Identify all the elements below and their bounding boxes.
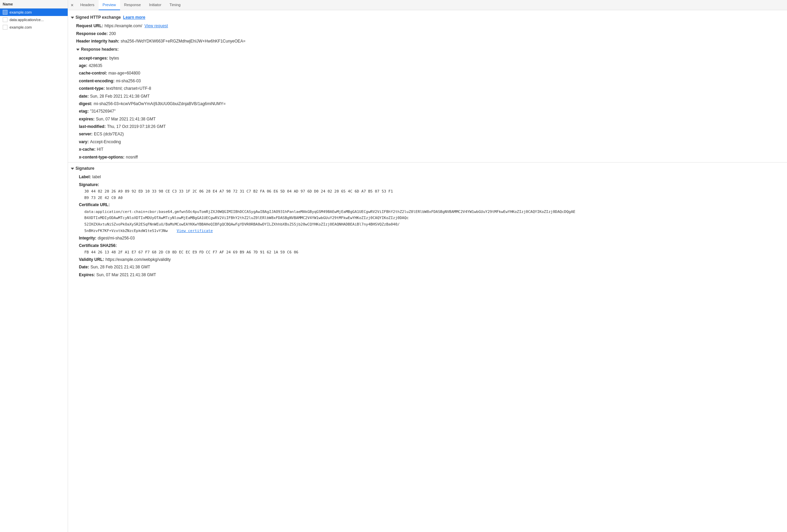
cert-sha256-row: Certificate SHA256: [68,242,787,249]
divider [68,162,787,163]
response-header-field-label: last-modified: [79,123,106,130]
response-header-field-label: etag: [79,108,89,115]
validity-url-row: Validity URL: https://example.com/webpkg… [68,256,787,263]
tab-preview[interactable]: Preview [99,0,120,10]
tab-timing[interactable]: Timing [165,0,185,10]
response-headers-fields: accept-ranges:bytesage:428635cache-contr… [68,54,787,161]
tab-bar: × Headers Preview Response Initiator Tim… [68,0,787,10]
response-header-field-row: age:428635 [68,62,787,69]
response-header-field-label: content-encoding: [79,78,115,84]
expires-value: Sun, 07 Mar 2021 21:41:38 GMT [96,271,156,278]
response-header-field-label: x-content-type-options: [79,154,124,161]
validity-url-label: Validity URL: [79,256,104,263]
response-header-field-row: accept-ranges:bytes [68,54,787,62]
sig-hex-2: B9 73 2E 42 C0 A0 [68,195,787,201]
file-icon [3,10,7,15]
response-headers-title: Response headers: [81,46,119,53]
response-header-field-row: vary:Accept-Encoding [68,138,787,146]
response-header-field-row: etag:"3147526947" [68,107,787,115]
response-header-field-label: content-type: [79,85,105,92]
response-header-field-value: max-age=604800 [108,70,140,77]
response-header-field-value: mi-sha256-03=kcwVP6aOwYmA/j9JbUU0GbuiZdn… [94,100,225,107]
response-header-field-value: "3147526947" [90,108,116,115]
integrity-label: Integrity: [79,235,96,242]
sidebar: Name example.com data:application/ce... … [0,0,68,532]
response-header-field-value: nosniff [126,154,138,161]
sig-hex-1: 30 44 02 20 26 A9 89 92 ED 10 33 98 CE C… [68,188,787,195]
cert-sha256-label: Certificate SHA256: [79,242,117,249]
sidebar-item-data-application[interactable]: data:application/ce... [0,16,68,23]
date-label: Date: [79,264,89,270]
request-url-value: https://example.com/ [104,22,142,29]
tab-close-button[interactable]: × [69,2,75,8]
response-header-field-value: ECS (dcb/7EA2) [94,131,124,137]
sig-label-label: Label: [79,173,91,180]
view-request-link[interactable]: View request [145,22,168,29]
response-header-field-row: server:ECS (dcb/7EA2) [68,130,787,138]
response-header-field-row: expires:Sun, 07 Mar 2021 21:41:38 GMT [68,115,787,123]
tab-response-label: Response [124,3,141,7]
response-header-field-label: vary: [79,138,89,145]
response-headers-triangle-icon [76,49,80,51]
response-header-field-value: text/html; charset=UTF-8 [106,85,151,92]
signed-http-exchange-header: Signed HTTP exchange Learn more [68,13,787,22]
response-header-field-value: Sun, 07 Mar 2021 21:41:38 GMT [96,116,155,122]
response-code-label: Response code: [76,30,108,37]
cert-url-label: Certificate URL: [79,201,110,208]
response-header-field-label: server: [79,131,93,137]
validity-url-value: https://example.com/webpkg/validity [105,256,171,263]
integrity-value: digest/mi-sha256-03 [98,235,135,242]
integrity-row: Integrity: digest/mi-sha256-03 [68,234,787,242]
response-header-field-value: HIT [97,146,103,153]
sidebar-item-label: example.com [10,10,32,14]
response-header-field-value: Thu, 17 Oct 2019 07:18:26 GMT [107,123,166,130]
triangle-icon [71,17,74,19]
file-icon [3,25,7,30]
response-header-field-row: content-encoding:mi-sha256-03 [68,77,787,85]
request-url-label: Request URL: [76,22,103,29]
response-header-field-label: cache-control: [79,70,107,77]
response-header-field-row: digest:mi-sha256-03=kcwVP6aOwYmA/j9JbUU0… [68,100,787,107]
response-header-field-row: last-modified:Thu, 17 Oct 2019 07:18:26 … [68,123,787,130]
cert-url-row: Certificate URL: [68,201,787,209]
header-integrity-value: sha256-/IWdYDKW663F+eRGZMdhwjEhIJW+Hw6hK… [121,38,246,45]
expires-row: Expires: Sun, 07 Mar 2021 21:41:38 GMT [68,271,787,279]
sidebar-header: Name [0,0,68,9]
view-certificate-link[interactable]: View certificate [177,229,213,233]
response-header-field-row: content-type:text/html; charset=UTF-8 [68,85,787,92]
main-panel: × Headers Preview Response Initiator Tim… [68,0,787,532]
sig-label-value: label [92,173,101,180]
learn-more-link[interactable]: Learn more [123,14,145,21]
signature-section-header: Signature [68,164,787,173]
tab-timing-label: Timing [169,3,181,7]
response-header-field-value: bytes [109,55,119,62]
sig-signature-row: Signature: [68,181,787,188]
cert-url-value-4-text: 5nBHzvFK7KF+VzxtkbZNzcEpkdW1teS1vY3Nw [84,229,168,233]
expires-label: Expires: [79,271,95,278]
cert-url-value-4: 5nBHzvFK7KF+VzxtkbZNzcEpkdW1teS1vY3Nw Vi… [68,228,787,234]
response-header-field-label: age: [79,62,87,69]
cert-sha256-value: FB 44 26 13 48 2F A1 E7 67 F7 68 2D C0 8… [68,249,787,256]
sig-label-row: Label: label [68,173,787,181]
response-code-value: 200 [109,30,116,37]
date-row: Date: Sun, 28 Feb 2021 21:41:38 GMT [68,263,787,271]
file-icon [3,17,7,22]
sidebar-item-example-com-1[interactable]: example.com [0,9,68,16]
sidebar-item-example-com-2[interactable]: example.com [0,23,68,31]
signature-title: Signature [76,165,94,172]
sidebar-item-label: data:application/ce... [10,18,44,22]
tab-headers[interactable]: Headers [76,0,99,10]
date-value: Sun, 28 Feb 2021 21:41:38 GMT [90,264,150,270]
cert-url-value-1: data:application/cert-chain+cbor;base64,… [68,209,787,215]
tab-initiator[interactable]: Initiator [145,0,165,10]
tab-response[interactable]: Response [120,0,145,10]
response-header-field-row: date:Sun, 28 Feb 2021 21:41:38 GMT [68,93,787,100]
sig-signature-label: Signature: [79,181,99,188]
tab-headers-label: Headers [80,3,95,7]
tab-preview-label: Preview [103,3,116,7]
response-header-field-row: cache-control:max-age=604800 [68,69,787,77]
cert-url-value-3: 52IHZXAxtuNiSZvoPkOaXySR2ESqFNnWEuU/BaMs… [68,221,787,228]
response-header-field-row: x-cache:HIT [68,146,787,153]
response-code-row: Response code: 200 [68,30,787,37]
tab-initiator-label: Initiator [149,3,161,7]
